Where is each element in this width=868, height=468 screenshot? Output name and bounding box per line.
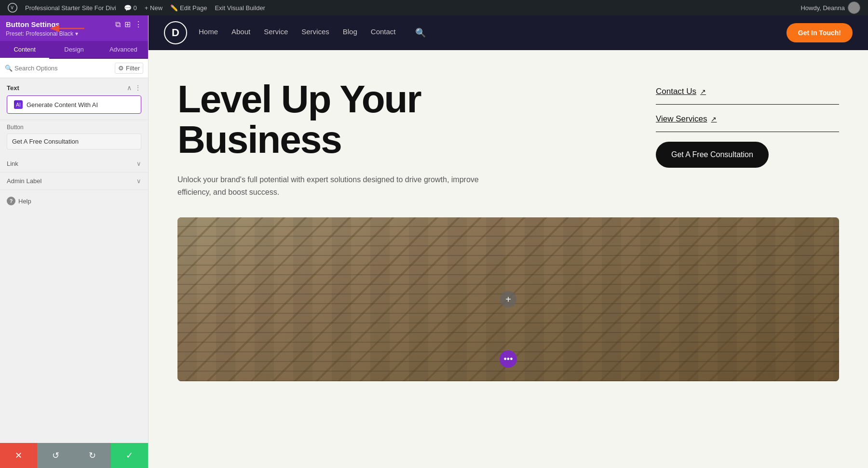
- nav-contact[interactable]: Contact: [371, 27, 396, 38]
- preview-area: D Home About Service Services Blog Conta…: [149, 15, 868, 468]
- hero-cta-label: Get A Free Consultation: [671, 150, 753, 159]
- hero-section: Level Up Your Business Unlock your brand…: [149, 50, 868, 217]
- link-chevron-icon: ∨: [136, 160, 141, 167]
- ai-generate-label: Generate Content With AI: [27, 101, 98, 108]
- wp-admin-bar: Professional Starter Site For Divi 💬 0 +…: [0, 0, 868, 15]
- search-input[interactable]: [14, 65, 113, 72]
- exit-visual-builder-item[interactable]: Exit Visual Builder: [211, 0, 269, 15]
- add-section-button[interactable]: +: [500, 291, 516, 308]
- hero-cta-button[interactable]: Get A Free Consultation: [656, 142, 769, 168]
- panel-tabs: Content Design Advanced: [0, 41, 148, 59]
- comments-count: 0: [134, 4, 137, 12]
- text-section-header[interactable]: Text ∧ ⋮: [0, 78, 148, 95]
- contact-us-label: Contact Us: [656, 87, 696, 96]
- save-icon: ✓: [126, 450, 133, 461]
- panel-bottom-bar: ✕ ↺ ↻ ✓: [0, 443, 148, 468]
- red-arrow-annotation: [48, 21, 87, 36]
- help-section[interactable]: ? Help: [0, 190, 148, 212]
- help-label: Help: [18, 198, 31, 205]
- text-section-more-icon[interactable]: ⋮: [135, 84, 141, 92]
- howdy-section[interactable]: Howdy, Deanna: [797, 1, 864, 14]
- contact-us-arrow-icon: ↗: [700, 88, 706, 95]
- tab-design[interactable]: Design: [49, 41, 98, 58]
- wp-logo-item[interactable]: [4, 0, 21, 15]
- tab-advanced[interactable]: Advanced: [99, 41, 148, 58]
- save-button[interactable]: ✓: [111, 443, 148, 468]
- filter-button[interactable]: ⚙ Filter: [115, 63, 143, 74]
- edit-page-item[interactable]: ✏️ Edit Page: [166, 0, 211, 15]
- button-section: Button Get A Free Consultation: [0, 120, 148, 155]
- site-name-item[interactable]: Professional Starter Site For Divi: [21, 0, 120, 15]
- text-section-collapse-icon[interactable]: ∧: [127, 84, 132, 92]
- view-services-arrow-icon: ↗: [711, 115, 717, 123]
- nav-service[interactable]: Service: [264, 27, 288, 38]
- howdy-text: Howdy, Deanna: [800, 4, 845, 12]
- ai-icon: AI: [14, 100, 23, 109]
- link-section-title: Link: [7, 160, 18, 167]
- add-icon: +: [505, 294, 511, 305]
- button-text-input[interactable]: Get A Free Consultation: [7, 134, 141, 149]
- avatar: [848, 1, 860, 14]
- help-icon: ?: [7, 197, 15, 205]
- button-value: Get A Free Consultation: [12, 138, 79, 145]
- new-item[interactable]: + New: [141, 0, 166, 15]
- new-label: + New: [145, 4, 163, 12]
- edit-page-label: Edit Page: [180, 4, 207, 12]
- filter-icon: ⚙: [118, 65, 124, 72]
- redo-button[interactable]: ↻: [74, 443, 111, 468]
- comment-icon: 💬: [124, 4, 132, 12]
- hero-title: Level Up Your Business: [177, 79, 637, 160]
- hero-subtitle: Unlock your brand's full potential with …: [177, 174, 505, 198]
- exit-builder-label: Exit Visual Builder: [215, 4, 265, 12]
- admin-label-section[interactable]: Admin Label ∨: [0, 173, 148, 190]
- admin-label-title: Admin Label: [7, 177, 41, 185]
- panel-columns-icon[interactable]: ⊞: [124, 21, 131, 28]
- contact-us-link[interactable]: Contact Us ↗: [656, 87, 839, 105]
- undo-button[interactable]: ↺: [37, 443, 74, 468]
- section-menu-button[interactable]: •••: [500, 350, 517, 368]
- site-content: Level Up Your Business Unlock your brand…: [149, 50, 868, 468]
- nav-services[interactable]: Services: [301, 27, 329, 38]
- button-settings-panel: Button Settings ⧉ ⊞ ⋮ Preset: Profession…: [0, 15, 149, 468]
- nav-about[interactable]: About: [231, 27, 250, 38]
- admin-label-chevron-icon: ∨: [136, 177, 141, 185]
- view-services-link[interactable]: View Services ↗: [656, 114, 839, 132]
- building-section: + •••: [177, 217, 839, 381]
- hero-left: Level Up Your Business Unlock your brand…: [177, 79, 656, 198]
- cancel-icon: ✕: [15, 450, 22, 461]
- site-logo: D: [164, 21, 187, 44]
- menu-dots-icon: •••: [504, 354, 513, 364]
- text-section: Text ∧ ⋮ AI Generate Content With AI: [0, 78, 148, 120]
- panel-header: Button Settings ⧉ ⊞ ⋮ Preset: Profession…: [0, 15, 148, 41]
- cta-nav-button[interactable]: Get In Touch!: [787, 23, 853, 42]
- text-section-title: Text: [7, 84, 19, 92]
- site-nav-links: Home About Service Services Blog Contact…: [199, 27, 773, 38]
- button-field-label: Button: [7, 124, 141, 131]
- undo-icon: ↺: [52, 450, 59, 461]
- hero-right: Contact Us ↗ View Services ↗ Get A Free …: [656, 79, 839, 198]
- tab-content[interactable]: Content: [0, 41, 49, 59]
- comments-item[interactable]: 💬 0: [120, 0, 141, 15]
- nav-blog[interactable]: Blog: [343, 27, 357, 38]
- wp-site-name: Professional Starter Site For Divi: [25, 4, 116, 12]
- panel-search-bar: 🔍 ⚙ Filter: [0, 59, 148, 78]
- pencil-icon: ✏️: [170, 4, 178, 12]
- panel-more-icon[interactable]: ⋮: [135, 21, 142, 28]
- search-nav-icon[interactable]: 🔍: [415, 27, 426, 38]
- ai-generate-button[interactable]: AI Generate Content With AI: [7, 95, 141, 114]
- site-navbar: D Home About Service Services Blog Conta…: [149, 15, 868, 50]
- search-icon: 🔍: [5, 65, 13, 72]
- redo-icon: ↻: [89, 450, 96, 461]
- view-services-label: View Services: [656, 114, 707, 124]
- panel-copy-icon[interactable]: ⧉: [115, 21, 121, 28]
- cancel-button[interactable]: ✕: [0, 443, 37, 468]
- link-section[interactable]: Link ∨: [0, 155, 148, 173]
- cta-nav-label: Get In Touch!: [798, 29, 841, 37]
- filter-label: Filter: [126, 65, 140, 72]
- nav-home[interactable]: Home: [199, 27, 218, 38]
